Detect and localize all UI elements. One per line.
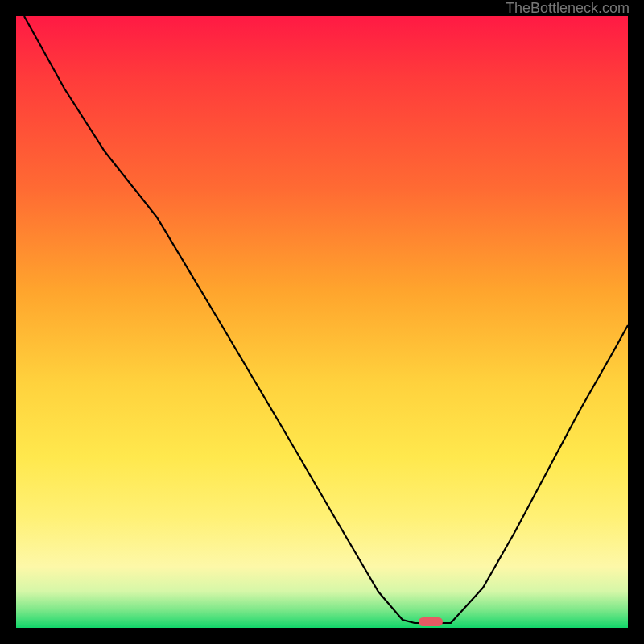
watermark-text: TheBottleneck.com — [506, 0, 630, 17]
chart-frame: TheBottleneck.com — [0, 0, 644, 644]
plot-area — [16, 16, 628, 628]
bottleneck-curve — [16, 16, 628, 628]
optimal-range-marker — [419, 617, 443, 626]
